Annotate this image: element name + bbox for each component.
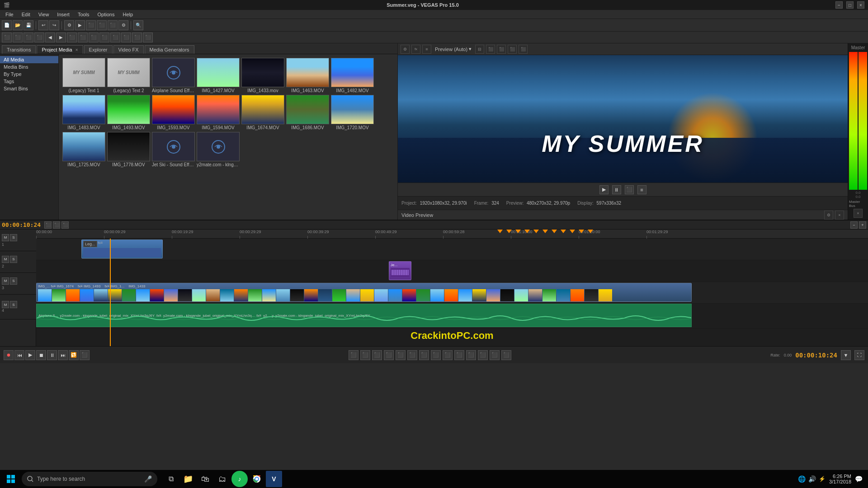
tb2-btn-11[interactable]: ⬛ bbox=[110, 33, 120, 42]
tb2-btn-7[interactable]: ⬛ bbox=[67, 33, 77, 42]
menu-view[interactable]: View bbox=[35, 11, 53, 18]
clip-legacy-text[interactable]: Leg... fx≡ bbox=[81, 239, 163, 258]
tl-loop-btn[interactable]: ⬛ bbox=[53, 221, 60, 229]
pause-button[interactable]: ⏸ bbox=[47, 350, 57, 360]
track1-mute[interactable]: M bbox=[2, 234, 9, 241]
track1-solo[interactable]: S bbox=[10, 234, 17, 241]
menu-edit[interactable]: Edit bbox=[18, 11, 34, 18]
pb-btn-extra-7[interactable]: ⬛ bbox=[407, 350, 417, 360]
close-button[interactable]: × bbox=[857, 1, 864, 9]
tab-close-project-media[interactable]: × bbox=[75, 47, 78, 52]
tb2-btn-12[interactable]: ⬛ bbox=[121, 33, 131, 42]
media-item-airplane-sound[interactable]: Airplane Sound Effect.mp3 bbox=[152, 58, 195, 93]
clip-video-main[interactable]: IMG_... fx≡ IMG_1674 fx≡ IMG_1493 fx≡ IM… bbox=[36, 283, 692, 302]
tb2-btn-14[interactable]: ⬛ bbox=[143, 33, 153, 42]
preview-tb-btn3[interactable]: ⬛ bbox=[486, 45, 495, 54]
tab-video-fx[interactable]: Video FX bbox=[113, 45, 144, 54]
pb-btn-extra-4[interactable]: ⬛ bbox=[372, 350, 382, 360]
media-item-img1674[interactable]: IMG_1674.MOV bbox=[241, 95, 284, 130]
media-item-img1463[interactable]: IMG_1463.MOV bbox=[286, 58, 329, 93]
tools-btn-2[interactable]: ⬛ bbox=[97, 20, 107, 30]
fast-forward-button[interactable]: ⏭ bbox=[58, 350, 68, 360]
menu-help[interactable]: Help bbox=[119, 11, 137, 18]
audio-clip-main[interactable]: Airplane S... y2mate.com - klngande_jube… bbox=[36, 304, 692, 327]
new-button[interactable]: 📄 bbox=[2, 20, 12, 30]
rewind-button[interactable]: ⏮ bbox=[14, 350, 24, 360]
track3-solo[interactable]: S bbox=[10, 277, 17, 285]
render-button[interactable]: ▶ bbox=[75, 20, 85, 30]
timeline-tracks[interactable]: 00:00:00 00:00:09:29 00:00:19:29 00:00:2… bbox=[36, 230, 868, 346]
time-counter-btn[interactable]: ▼ bbox=[841, 350, 851, 360]
tb2-btn-9[interactable]: ⬛ bbox=[89, 33, 99, 42]
media-item-img1493[interactable]: IMG_1493.MOV bbox=[107, 95, 150, 130]
preview-mode-selector[interactable]: Preview (Auto) ▾ bbox=[433, 46, 473, 52]
menu-file[interactable]: File bbox=[2, 11, 17, 18]
preview-settings-icon[interactable]: ⚙ bbox=[401, 45, 410, 54]
tb2-btn-6[interactable]: ▶ bbox=[56, 33, 66, 42]
stop-button[interactable]: ⏹ bbox=[36, 350, 46, 360]
pb-btn-extra-10[interactable]: ⬛ bbox=[443, 350, 453, 360]
media-item-jet-ski-sound[interactable]: Jet Ski - Sound Effects.mp3 bbox=[152, 132, 195, 167]
track2-mute[interactable]: M bbox=[2, 256, 9, 263]
pb-btn-extra-12[interactable]: ⬛ bbox=[466, 350, 476, 360]
media-item-img1482[interactable]: IMG_1482.MOV bbox=[331, 58, 374, 93]
pb-btn-extra-14[interactable]: ⬛ bbox=[490, 350, 500, 360]
media-item-img1483[interactable]: IMG_1483.MOV bbox=[62, 95, 105, 130]
file-explorer-button[interactable]: 📁 bbox=[180, 471, 196, 487]
audio-track-mute[interactable]: M bbox=[2, 301, 9, 308]
start-button[interactable] bbox=[2, 470, 20, 488]
search-bar[interactable]: Type here to search 🎤 bbox=[22, 472, 157, 486]
preview-stop-button[interactable]: ⬛ bbox=[625, 185, 634, 194]
audio-track-solo[interactable]: S bbox=[10, 301, 17, 308]
tools-btn-1[interactable]: ⬛ bbox=[86, 20, 96, 30]
tools-btn-4[interactable]: ⚙ bbox=[118, 20, 128, 30]
tl-zoom-out-btn[interactable]: − bbox=[850, 221, 858, 229]
tools-btn-3[interactable]: ⬛ bbox=[108, 20, 118, 30]
tree-item-all-media[interactable]: All Media bbox=[0, 56, 58, 63]
preview-list-button[interactable]: ≡ bbox=[637, 185, 646, 194]
media-item-img1778[interactable]: IMG_1778.MOV bbox=[107, 132, 150, 167]
track2-solo[interactable]: S bbox=[10, 256, 17, 263]
clip-audio-effect[interactable]: Je... bbox=[389, 261, 411, 280]
tree-item-media-bins[interactable]: Media Bins bbox=[0, 63, 58, 70]
preview-fx-icon[interactable]: fx bbox=[411, 45, 420, 54]
preview-tb-btn4[interactable]: ⬛ bbox=[497, 45, 506, 54]
master-bus-close[interactable]: × bbox=[854, 209, 863, 218]
pb-btn-extra-9[interactable]: ⬛ bbox=[431, 350, 441, 360]
loop-button[interactable]: 🔁 bbox=[69, 350, 79, 360]
notification-icon[interactable]: 💬 bbox=[855, 475, 863, 483]
media-item-img1593[interactable]: IMG_1593.MOV bbox=[152, 95, 195, 130]
track3-mute[interactable]: M bbox=[2, 277, 9, 285]
minimize-button[interactable]: − bbox=[835, 1, 843, 9]
undo-button[interactable]: ↩ bbox=[38, 20, 48, 30]
tab-project-media[interactable]: Project Media × bbox=[37, 45, 83, 54]
preview-pause-button[interactable]: ⏸ bbox=[612, 185, 621, 194]
tl-snap-btn[interactable]: ⬛ bbox=[44, 221, 52, 229]
preview-view-icon[interactable]: ⊟ bbox=[475, 45, 484, 54]
preview-tb-btn6[interactable]: ⬛ bbox=[519, 45, 528, 54]
menu-options[interactable]: Options bbox=[94, 11, 118, 18]
record-button[interactable]: ⏺ bbox=[4, 350, 14, 360]
pb-btn-extra-8[interactable]: ⬛ bbox=[419, 350, 429, 360]
tree-item-by-type[interactable]: By Type bbox=[0, 70, 58, 78]
fullscreen-button[interactable]: ⛶ bbox=[854, 350, 864, 360]
pb-btn-extra-3[interactable]: ⬛ bbox=[360, 350, 370, 360]
preview-tb-btn5[interactable]: ⬛ bbox=[508, 45, 517, 54]
preview-play-button[interactable]: ▶ bbox=[599, 185, 609, 194]
store-button[interactable]: 🛍 bbox=[197, 471, 213, 487]
zoom-button[interactable]: 🔍 bbox=[133, 20, 143, 30]
tb2-btn-5[interactable]: ◀ bbox=[45, 33, 55, 42]
pb-btn-extra-13[interactable]: ⬛ bbox=[478, 350, 488, 360]
tab-explorer[interactable]: Explorer bbox=[84, 45, 113, 54]
pb-btn-extra-11[interactable]: ⬛ bbox=[454, 350, 464, 360]
windows-explorer-button[interactable]: 🗂 bbox=[214, 471, 231, 487]
pb-btn-extra-5[interactable]: ⬛ bbox=[384, 350, 394, 360]
tree-item-tags[interactable]: Tags bbox=[0, 78, 58, 85]
spotify-button[interactable]: ♪ bbox=[231, 471, 248, 487]
play-button[interactable]: ▶ bbox=[25, 350, 35, 360]
tab-transitions[interactable]: Transitions bbox=[2, 45, 36, 54]
tl-marker-btn[interactable]: ⬛ bbox=[61, 221, 69, 229]
save-button[interactable]: 💾 bbox=[24, 20, 33, 30]
pb-btn-extra-15[interactable]: ⬛ bbox=[501, 350, 511, 360]
maximize-button[interactable]: □ bbox=[846, 1, 854, 9]
